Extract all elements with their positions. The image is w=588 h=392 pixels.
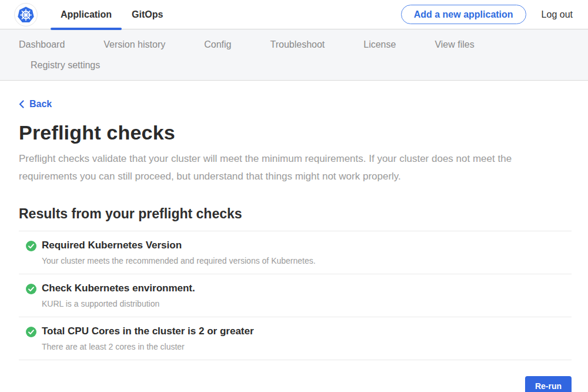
primary-tab[interactable]: GitOps: [122, 0, 173, 29]
subnav-item[interactable]: Troubleshoot: [270, 39, 325, 50]
subnav-item[interactable]: Dashboard: [19, 39, 65, 50]
primary-tab[interactable]: Application: [51, 0, 122, 29]
subnav-item[interactable]: Registry settings: [31, 60, 100, 71]
subnav-item[interactable]: Version history: [103, 39, 165, 50]
preflight-check-row: Check Kubernetes environment. KURL is a …: [19, 274, 572, 317]
back-link[interactable]: Back: [19, 99, 52, 109]
chevron-left-icon: [19, 100, 24, 108]
check-title: Total CPU Cores in the cluster is 2 or g…: [42, 325, 254, 337]
check-message: Your cluster meets the recommended and r…: [42, 256, 316, 265]
subnav-item[interactable]: Config: [204, 39, 231, 50]
check-text: Total CPU Cores in the cluster is 2 or g…: [42, 325, 254, 351]
primary-tab-label: Application: [61, 9, 112, 20]
add-new-application-button[interactable]: Add a new application: [401, 5, 526, 24]
preflight-check-row: Total CPU Cores in the cluster is 2 or g…: [19, 317, 572, 360]
check-message: KURL is a supported distribution: [42, 299, 195, 308]
page-title: Preflight checks: [19, 121, 572, 144]
subnav-item[interactable]: View files: [435, 39, 474, 50]
check-text: Check Kubernetes environment. KURL is a …: [42, 283, 195, 308]
check-title: Required Kubernetes Version: [42, 240, 316, 251]
check-message: There are at least 2 cores in the cluste…: [42, 342, 254, 351]
logout-link[interactable]: Log out: [542, 9, 573, 20]
rerun-button[interactable]: Re-run: [525, 376, 572, 392]
check-text: Required Kubernetes Version Your cluster…: [42, 240, 316, 265]
success-check-icon: [26, 284, 36, 294]
success-check-icon: [26, 327, 36, 337]
top-navbar: Application GitOps Add a new application…: [0, 0, 588, 29]
results-heading: Results from your preflight checks: [19, 206, 572, 222]
page-description: Preflight checks validate that your clus…: [19, 150, 566, 185]
footer-actions: Re-run: [19, 376, 572, 392]
primary-tab-label: GitOps: [132, 9, 163, 20]
preflight-page: Back Preflight checks Preflight checks v…: [0, 81, 588, 392]
primary-tabs: Application GitOps: [51, 0, 173, 29]
preflight-results-list: Required Kubernetes Version Your cluster…: [19, 231, 572, 360]
success-check-icon: [26, 241, 36, 251]
check-title: Check Kubernetes environment.: [42, 283, 195, 294]
back-link-label: Back: [29, 99, 52, 109]
preflight-check-row: Required Kubernetes Version Your cluster…: [19, 231, 572, 274]
subnav-row-1: Dashboard Version history Config Trouble…: [19, 34, 588, 55]
application-subnav: Dashboard Version history Config Trouble…: [0, 29, 588, 81]
subnav-item[interactable]: License: [363, 39, 396, 50]
navbar-actions: Add a new application Log out: [401, 5, 573, 24]
kubernetes-logo-icon: [14, 3, 38, 26]
subnav-row-2: Registry settings: [19, 55, 588, 75]
